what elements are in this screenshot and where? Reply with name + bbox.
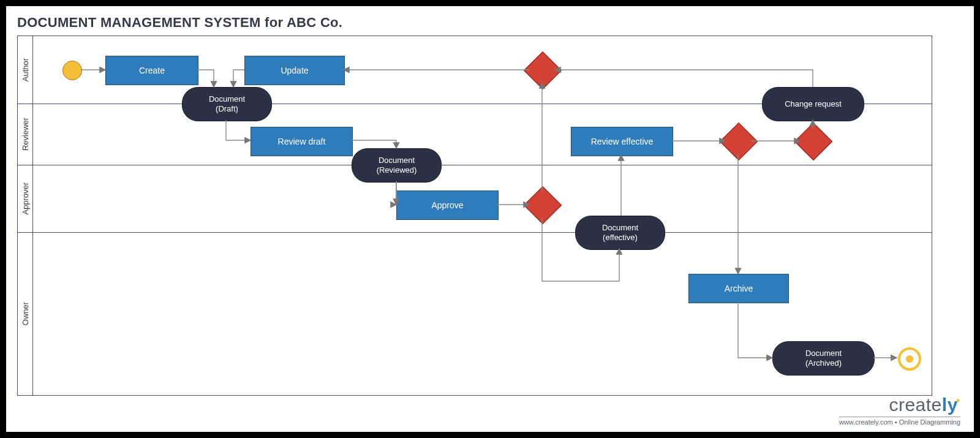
object-doc-draft-l1: Document (209, 94, 245, 104)
logo-bulb-icon: ● (956, 396, 960, 404)
activity-approve: Approve (396, 191, 499, 220)
footer: creately● www.creately.com • Online Diag… (839, 395, 960, 426)
swimlane-pool: Author Reviewer Approver Owner Create Up… (17, 36, 932, 396)
end-node (898, 347, 921, 371)
object-change-request: Change request (762, 87, 864, 121)
footer-tagline: www.creately.com • Online Diagramming (839, 417, 960, 426)
activity-create: Create (105, 56, 198, 85)
start-node (62, 61, 82, 80)
object-doc-effective-l1: Document (602, 223, 638, 233)
logo-part-a: create (889, 395, 941, 415)
object-doc-archived: Document (Archived) (772, 341, 875, 376)
lane-reviewer-text: Reviewer (21, 118, 30, 151)
object-change-request-l1: Change request (785, 99, 842, 109)
object-doc-draft-l2: (Draft) (216, 104, 238, 114)
creately-logo: creately● (839, 395, 960, 415)
object-doc-effective-l2: (effective) (603, 233, 638, 243)
lane-owner-label: Owner (18, 232, 33, 395)
decision-reviewer-1 (725, 128, 751, 154)
decision-author (529, 57, 555, 83)
lane-owner-text: Owner (21, 302, 30, 325)
lane-approver-label: Approver (18, 165, 33, 232)
lane-reviewer-label: Reviewer (18, 104, 33, 165)
decision-approver (529, 192, 555, 217)
object-doc-effective: Document (effective) (575, 216, 665, 250)
diagram-title: DOCUMENT MANAGEMENT SYSTEM for ABC Co. (17, 15, 342, 31)
object-doc-archived-l1: Document (805, 349, 842, 358)
activity-update: Update (244, 56, 345, 85)
lane-author-text: Author (21, 58, 30, 81)
decision-reviewer-2 (800, 128, 826, 154)
diagram-frame: DOCUMENT MANAGEMENT SYSTEM for ABC Co. A… (6, 6, 974, 432)
object-doc-reviewed-l1: Document (379, 156, 415, 165)
object-doc-reviewed-l2: (Reviewed) (377, 165, 417, 175)
activity-archive: Archive (688, 274, 789, 303)
object-doc-reviewed: Document (Reviewed) (352, 148, 442, 183)
object-doc-archived-l2: (Archived) (805, 358, 842, 368)
logo-part-b: ly (942, 395, 958, 415)
activity-review-effective: Review effective (571, 127, 673, 156)
lane-author-label: Author (18, 36, 33, 104)
activity-review-draft: Review draft (251, 127, 353, 156)
object-doc-draft: Document (Draft) (182, 87, 272, 121)
lane-approver-text: Approver (21, 183, 30, 215)
